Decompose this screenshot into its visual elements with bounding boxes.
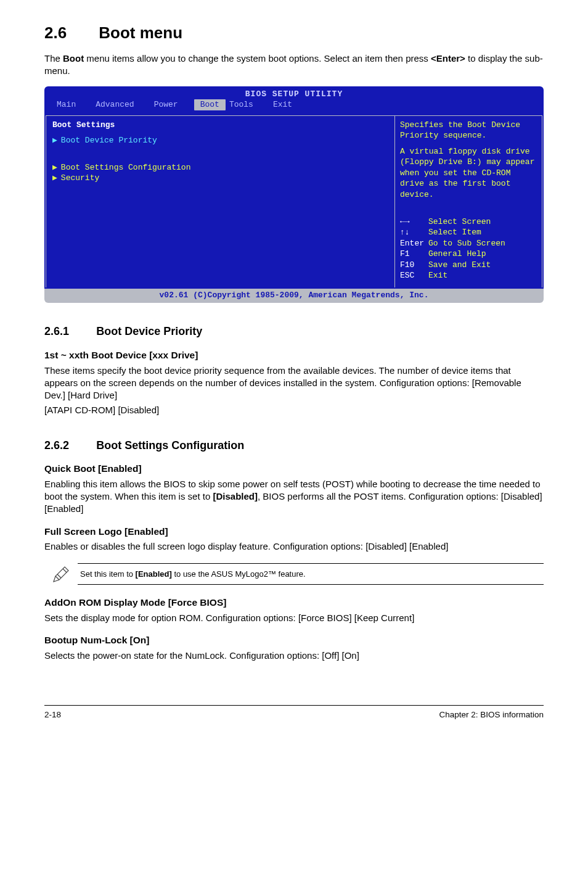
nav-action: Go to Sub Screen [428, 239, 505, 248]
subsection-261: 2.6.1 Boot Device Priority 1st ~ xxth Bo… [44, 324, 544, 416]
svg-line-1 [57, 574, 61, 578]
bios-right-pane: Specifies the Boot Device Priority seque… [394, 115, 542, 287]
nav-key: ↑↓ [400, 227, 428, 238]
paragraph: Selects the power-on state for the NumLo… [44, 650, 544, 662]
bios-menu-item: ▶Boot Device Priority [52, 135, 388, 146]
paragraph: [ATAPI CD-ROM] [Disabled] [44, 404, 544, 416]
nav-row: ESCExit [400, 270, 537, 281]
subsection-number: 2.6.2 [44, 438, 69, 453]
text-bold: [Disabled] [213, 491, 258, 501]
nav-action: General Help [428, 249, 486, 258]
bios-body: Boot Settings ▶Boot Device Priority ▶Boo… [44, 114, 544, 289]
pointer-icon: ▶ [52, 163, 57, 172]
section-number: 2.6 [44, 22, 67, 44]
nav-row: F10Save and Exit [400, 260, 537, 271]
bios-left-pane: Boot Settings ▶Boot Device Priority ▶Boo… [46, 115, 394, 287]
menu-label: Security [61, 173, 99, 183]
bios-screenshot: BIOS SETUP UTILITY Main Advanced Power B… [44, 86, 544, 303]
bios-header: BIOS SETUP UTILITY Main Advanced Power B… [44, 86, 544, 114]
note-text: Set this item to [Enabled] to use the AS… [78, 563, 544, 585]
pointer-icon: ▶ [52, 136, 57, 145]
bios-menu-item: ▶Security [52, 173, 388, 184]
note-callout: Set this item to [Enabled] to use the AS… [44, 563, 544, 585]
item-heading: Bootup Num-Lock [On] [44, 634, 544, 647]
nav-key: ESC [400, 270, 428, 281]
section-heading: 2.6 Boot menu [44, 22, 544, 44]
help-text: Specifies the Boot Device Priority seque… [400, 120, 537, 141]
text: The [44, 53, 63, 64]
nav-row: ←→Select Screen [400, 217, 537, 228]
item-heading: AddOn ROM Display Mode [Force BIOS] [44, 596, 544, 609]
subsection-title: Boot Settings Configuration [96, 439, 244, 452]
nav-key: F1 [400, 249, 428, 260]
pointer-icon: ▶ [52, 173, 57, 183]
tab-power: Power [150, 99, 194, 110]
nav-action: Select Item [428, 228, 481, 237]
paragraph: Enables or disables the full screen logo… [44, 540, 544, 553]
bios-footer: v02.61 (C)Copyright 1985-2009, American … [44, 289, 544, 303]
nav-key: ←→ [400, 217, 428, 228]
item-heading: Quick Boot [Enabled] [44, 463, 544, 476]
nav-key: Enter [400, 238, 428, 249]
nav-action: Exit [428, 271, 447, 280]
intro-paragraph: The Boot menu items allow you to change … [44, 52, 544, 78]
pencil-icon [44, 563, 78, 585]
text: to use the ASUS MyLogo2™ feature. [172, 569, 306, 579]
paragraph: Enabling this item allows the BIOS to sk… [44, 478, 544, 516]
text-bold: Boot [63, 53, 84, 64]
nav-row: ↑↓Select Item [400, 227, 537, 238]
menu-label: Boot Settings Configuration [61, 163, 191, 172]
svg-line-0 [55, 576, 59, 580]
help-text: A virtual floppy disk drive (Floppy Driv… [400, 146, 537, 200]
paragraph: Sets the display mode for option ROM. Co… [44, 612, 544, 624]
nav-action: Select Screen [428, 217, 491, 226]
nav-row: EnterGo to Sub Screen [400, 238, 537, 249]
subsection-title: Boot Device Priority [96, 325, 202, 337]
tab-exit: Exit [269, 99, 308, 110]
paragraph: These items specify the boot device prio… [44, 365, 544, 402]
bios-left-heading: Boot Settings [52, 120, 388, 131]
text-bold: [Enabled] [136, 569, 172, 579]
tab-main: Main [53, 99, 92, 110]
chapter-label: Chapter 2: BIOS information [439, 709, 544, 720]
text: menu items allow you to change the syste… [84, 53, 431, 64]
nav-key: F10 [400, 260, 428, 271]
nav-row: F1General Help [400, 249, 537, 260]
tab-boot: Boot [194, 99, 226, 110]
svg-line-2 [63, 569, 67, 572]
nav-action: Save and Exit [428, 260, 491, 270]
menu-label: Boot Device Priority [61, 136, 157, 145]
text: Set this item to [80, 569, 136, 579]
item-heading: Full Screen Logo [Enabled] [44, 526, 544, 538]
subsection-number: 2.6.1 [44, 324, 69, 339]
bios-tab-bar: Main Advanced Power Boot Tools Exit [44, 99, 544, 113]
section-title: Boot menu [99, 23, 182, 42]
subsection-262: 2.6.2 Boot Settings Configuration Quick … [44, 438, 544, 662]
bios-title: BIOS SETUP UTILITY [44, 89, 544, 100]
tab-advanced: Advanced [92, 99, 150, 110]
tab-tools: Tools [226, 99, 269, 110]
page-footer: 2-18 Chapter 2: BIOS information [44, 705, 544, 720]
bios-menu-item: ▶Boot Settings Configuration [52, 162, 388, 173]
text-bold: <Enter> [431, 53, 465, 64]
item-heading: 1st ~ xxth Boot Device [xxx Drive] [44, 349, 544, 362]
page-number: 2-18 [44, 709, 61, 720]
